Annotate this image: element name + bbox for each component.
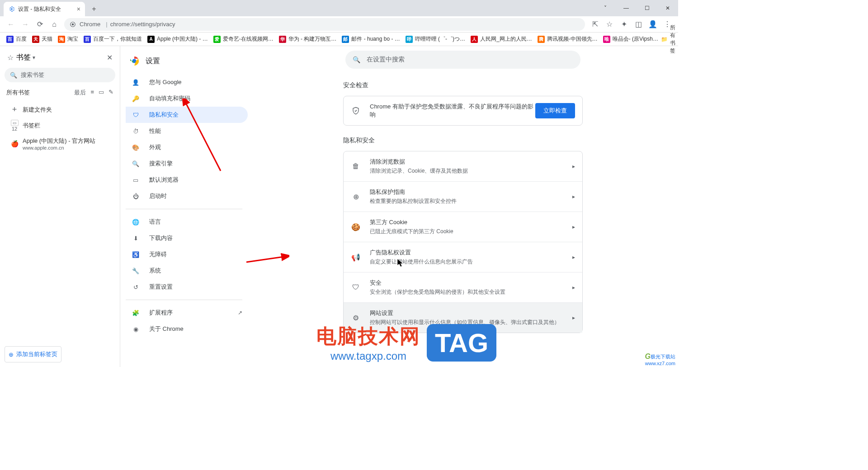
privacy-row-trash[interactable]: 🗑清除浏览数据清除浏览记录、Cookie、缓存及其他数据▸ bbox=[344, 151, 582, 181]
svg-point-2 bbox=[72, 23, 74, 25]
privacy-row-ads[interactable]: 📢广告隐私权设置自定义要让网站使用什么信息向您展示广告▸ bbox=[344, 242, 582, 272]
appearance-icon: 🎨 bbox=[131, 144, 140, 151]
nav-item-autofill[interactable]: 🔑自动填充和密码 bbox=[126, 90, 248, 107]
nav-item-power[interactable]: ⏻启动时 bbox=[126, 188, 248, 204]
search-icon: 🔍 bbox=[10, 72, 17, 79]
minimize-button[interactable]: — bbox=[616, 0, 637, 16]
nav-item-search[interactable]: 🔍搜索引擎 bbox=[126, 155, 248, 172]
nav-item-appearance[interactable]: 🎨外观 bbox=[126, 139, 248, 155]
favicon: A bbox=[147, 36, 155, 43]
nav-item-download[interactable]: ⬇下载内容 bbox=[126, 230, 248, 246]
privacy-row-safe[interactable]: 🛡安全安全浏览（保护您免受危险网站的侵害）和其他安全设置▸ bbox=[344, 273, 582, 302]
privacy-row-guide[interactable]: ⊕隐私保护指南检查重要的隐私控制设置和安全控件▸ bbox=[344, 182, 582, 212]
speed-icon: ⏱ bbox=[131, 128, 140, 135]
maximize-button[interactable]: ☐ bbox=[637, 0, 657, 16]
edit-icon[interactable]: ✎ bbox=[108, 89, 113, 97]
new-tab-button[interactable]: + bbox=[88, 3, 100, 15]
bookmark-item[interactable]: 天天猫 bbox=[29, 35, 55, 43]
bookmark-item[interactable]: 哔哔哩哔哩 (゜-゜)つ… bbox=[403, 35, 468, 43]
nav-item-a11y[interactable]: ♿无障碍 bbox=[126, 246, 248, 263]
shield-icon bbox=[351, 107, 361, 115]
bookmark-item[interactable]: 人人民网_网上的人民… bbox=[468, 35, 535, 43]
bookmark-item[interactable]: 华华为 - 构建万物互… bbox=[276, 35, 340, 43]
ads-icon: 📢 bbox=[351, 253, 361, 262]
power-icon: ⏻ bbox=[131, 193, 140, 200]
nav-item-browser[interactable]: ▭默认浏览器 bbox=[126, 172, 248, 188]
person-icon: 👤 bbox=[131, 79, 140, 86]
profile-icon[interactable]: 👤 bbox=[646, 17, 660, 32]
privacy-section-title: 隐私和安全 bbox=[343, 136, 583, 145]
settings-title: 设置 bbox=[126, 52, 248, 74]
close-panel-icon[interactable]: ✕ bbox=[107, 53, 113, 62]
forward-button[interactable]: → bbox=[18, 17, 33, 32]
bookmark-item[interactable]: 百百度 bbox=[4, 35, 29, 43]
add-current-tab-button[interactable]: ⊕ 添加当前标签页 bbox=[5, 346, 61, 362]
back-button[interactable]: ← bbox=[4, 17, 18, 32]
favicon: 邮 bbox=[342, 36, 349, 43]
corner-watermark: G极光下载站 www.xz7.com bbox=[645, 352, 675, 366]
nav-item-reset[interactable]: ↺重置设置 bbox=[126, 279, 248, 295]
dropdown-icon[interactable]: ˅ bbox=[595, 0, 616, 16]
favicon: 百 bbox=[84, 36, 91, 43]
bookmark-star-icon[interactable]: ☆ bbox=[602, 17, 617, 32]
check-now-button[interactable]: 立即检查 bbox=[535, 103, 575, 118]
nav-item-speed[interactable]: ⏱性能 bbox=[126, 123, 248, 139]
autofill-icon: 🔑 bbox=[131, 95, 140, 102]
favicon: 爱 bbox=[213, 36, 221, 43]
view-icon[interactable]: ▭ bbox=[99, 89, 104, 97]
nav-item-wrench[interactable]: 🔧系统 bbox=[126, 263, 248, 279]
tab-title: 设置 - 隐私和安全 bbox=[18, 5, 61, 13]
gear-icon bbox=[8, 5, 15, 13]
bookmark-item[interactable]: 邮邮件 - huang bo - … bbox=[339, 35, 402, 43]
privacy-row-cookie[interactable]: 🍪第三方 Cookie已阻止无痕模式下的第三方 Cookie▸ bbox=[344, 212, 582, 242]
chrome-logo-icon bbox=[129, 56, 139, 66]
close-tab-icon[interactable]: × bbox=[77, 5, 80, 13]
safe-icon: 🛡 bbox=[351, 283, 361, 291]
bookmarks-search-input[interactable]: 🔍 搜索书签 bbox=[5, 68, 115, 82]
extensions-icon[interactable]: ✦ bbox=[617, 17, 631, 32]
safety-check-title: 安全检查 bbox=[343, 81, 583, 89]
bookmark-entry[interactable]: 🍎Apple (中国大陆) - 官方网站www.apple.com.cn bbox=[5, 134, 115, 153]
bookmark-item[interactable]: 爱爱奇艺-在线视频网… bbox=[211, 35, 276, 43]
bookmark-entry[interactable]: ▭12书签栏 bbox=[5, 117, 115, 134]
nav-item-person[interactable]: 👤您与 Google bbox=[126, 74, 248, 90]
bookmark-item[interactable]: AApple (中国大陆) - … bbox=[145, 35, 211, 43]
sort-icon[interactable]: ≡ bbox=[90, 89, 94, 97]
bookmark-entry[interactable]: +新建文件夹 bbox=[5, 102, 115, 117]
browser-toolbar: ← → ⟳ ⌂ Chrome | chrome://settings/priva… bbox=[0, 16, 678, 33]
window-controls: ˅ — ☐ ✕ bbox=[595, 0, 678, 16]
bookmark-item[interactable]: 淘淘宝 bbox=[55, 35, 81, 43]
chevron-right-icon: ▸ bbox=[572, 163, 575, 169]
home-button[interactable]: ⌂ bbox=[47, 17, 61, 32]
sidepanel-icon[interactable]: ◫ bbox=[631, 17, 646, 32]
sliders-icon: ⚙ bbox=[351, 314, 361, 322]
nav-item-shield[interactable]: 🛡隐私和安全 bbox=[126, 107, 248, 123]
mouse-cursor-icon bbox=[397, 258, 404, 268]
bookmarks-side-panel: ☆ 书签 ▼ ✕ 🔍 搜索书签 所有书签 最后 ≡ ▭ ✎ +新建文件夹▭12书… bbox=[0, 46, 120, 367]
browser-tab[interactable]: 设置 - 隐私和安全 × bbox=[4, 2, 85, 16]
favicon: 哔 bbox=[406, 36, 413, 43]
reload-button[interactable]: ⟳ bbox=[33, 17, 47, 32]
favicon: 唯 bbox=[603, 36, 610, 43]
bookmark-item[interactable]: 百百度一下，你就知道 bbox=[81, 35, 145, 43]
guide-icon: ⊕ bbox=[351, 193, 361, 201]
recent-label[interactable]: 最后 bbox=[74, 89, 86, 97]
favicon: 腾 bbox=[538, 36, 545, 43]
bookmarks-bar: 百百度天天猫淘淘宝百百度一下，你就知道AApple (中国大陆) - …爱爱奇艺… bbox=[0, 33, 678, 46]
bookmark-item[interactable]: 腾腾讯视频-中国领先… bbox=[535, 35, 600, 43]
favicon: 天 bbox=[32, 36, 39, 43]
ext-icon: 🧩 bbox=[131, 310, 140, 316]
address-bar[interactable]: Chrome | chrome://settings/privacy bbox=[64, 18, 585, 31]
url-text: chrome://settings/privacy bbox=[110, 21, 175, 28]
share-icon[interactable]: ⇱ bbox=[588, 17, 602, 32]
all-bookmarks-row: 所有书签 最后 ≡ ▭ ✎ bbox=[5, 86, 115, 99]
nav-item-ext[interactable]: 🧩扩展程序↗ bbox=[126, 305, 248, 321]
chevron-right-icon: ▸ bbox=[572, 193, 575, 200]
settings-search-input[interactable]: 🔍 在设置中搜索 bbox=[345, 51, 580, 69]
nav-item-chrome[interactable]: ◉关于 Chrome bbox=[126, 321, 248, 337]
dropdown-icon[interactable]: ▼ bbox=[32, 55, 36, 60]
panel-header: ☆ 书签 ▼ ✕ bbox=[5, 51, 115, 64]
close-window-button[interactable]: ✕ bbox=[657, 0, 678, 16]
nav-item-lang[interactable]: 🌐语言 bbox=[126, 214, 248, 230]
bookmark-item[interactable]: 唯唯品会- (原Vipsh… bbox=[600, 35, 661, 43]
